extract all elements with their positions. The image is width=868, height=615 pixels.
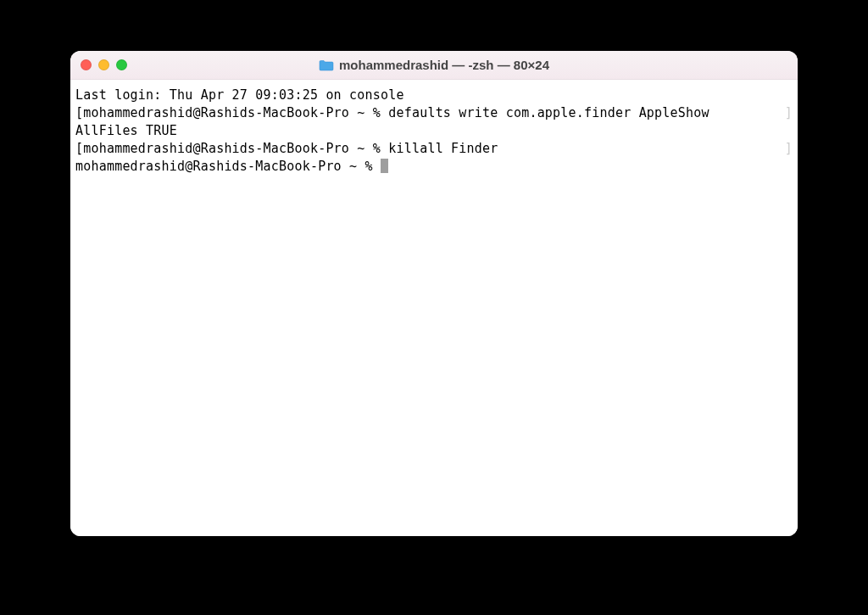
minimize-button[interactable] [98, 59, 109, 70]
terminal-line-cmd1: [mohammedrashid@Rashids-MacBook-Pro ~ % … [75, 104, 793, 122]
traffic-lights [81, 59, 127, 70]
terminal-window: mohammedrashid — -zsh — 80×24 Last login… [70, 51, 798, 536]
terminal-body[interactable]: Last login: Thu Apr 27 09:03:25 on conso… [70, 80, 798, 536]
folder-icon [319, 59, 334, 71]
terminal-line-cmd2: [mohammedrashid@Rashids-MacBook-Pro ~ % … [75, 140, 793, 158]
terminal-line-cmd1-wrap: AllFiles TRUE [75, 122, 793, 140]
terminal-line-prompt: mohammedrashid@Rashids-MacBook-Pro ~ % [75, 158, 793, 176]
cursor [381, 159, 388, 173]
title-bar[interactable]: mohammedrashid — -zsh — 80×24 [70, 51, 798, 80]
window-title-container: mohammedrashid — -zsh — 80×24 [319, 58, 549, 72]
terminal-line-last-login: Last login: Thu Apr 27 09:03:25 on conso… [75, 87, 793, 104]
window-title: mohammedrashid — -zsh — 80×24 [339, 58, 549, 72]
maximize-button[interactable] [116, 59, 127, 70]
close-button[interactable] [81, 59, 92, 70]
